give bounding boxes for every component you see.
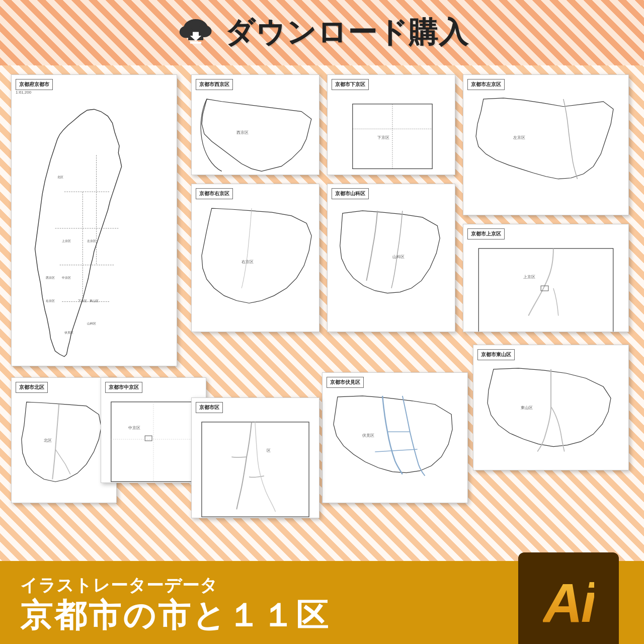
svg-text:中京区: 中京区 <box>128 426 140 430</box>
map-yamashina: 京都市山科区 山科区 <box>327 184 455 332</box>
svg-rect-22 <box>478 249 613 332</box>
svg-text:西京区: 西京区 <box>46 276 55 279</box>
svg-text:西京区: 西京区 <box>236 130 249 135</box>
map-fushimi-title: 京都市伏見区 <box>327 377 364 388</box>
map-nakagyo-title: 京都市中京区 <box>105 382 142 393</box>
banner-title: ダウンロード購入 <box>225 13 469 52</box>
svg-text:区: 区 <box>267 448 271 453</box>
ai-logo: Ai <box>518 552 619 645</box>
map-fushimi: 京都市伏見区 伏見区 <box>322 372 468 503</box>
map-kyoto-main: 京都府京都市 1:61,200 北区 左京区 <box>11 74 177 366</box>
map-ukyo-title: 京都市右京区 <box>196 188 233 199</box>
map-shimogyo-title: 京都市下京区 <box>332 79 369 90</box>
svg-text:東山区: 東山区 <box>90 299 99 302</box>
svg-text:左京区: 左京区 <box>513 135 525 140</box>
svg-text:山科区: 山科区 <box>392 255 405 259</box>
svg-text:中京区: 中京区 <box>62 276 71 279</box>
svg-text:下京区: 下京区 <box>78 299 87 302</box>
map-nishiku: 京都市西京区 西京区 <box>191 74 319 175</box>
svg-text:上京区: 上京区 <box>62 239 71 243</box>
map-sakyo: 京都市左京区 左京区 <box>463 74 629 215</box>
svg-text:北区: 北区 <box>44 438 52 443</box>
svg-text:左京区: 左京区 <box>87 239 96 243</box>
ai-text: Ai <box>543 571 594 634</box>
svg-text:北区: 北区 <box>57 175 63 179</box>
footer-title: 京都市の市と１１区 <box>20 599 330 631</box>
map-kitaku-title: 京都市北区 <box>16 382 48 393</box>
map-kamigyo-title: 京都市上京区 <box>467 228 505 239</box>
map-higashiyama: 京都市東山区 東山区 <box>473 345 629 470</box>
top-banner: ダウンロード購入 <box>0 0 644 65</box>
main-area: 京都府京都市 1:61,200 北区 左京区 <box>0 65 644 518</box>
svg-text:右京区: 右京区 <box>242 260 254 264</box>
svg-text:東山区: 東山区 <box>521 406 533 410</box>
map-main-title: 京都府京都市 <box>16 79 53 90</box>
bottom-footer: イラストレーターデータ 京都市の市と１１区 Ai <box>0 561 644 644</box>
cloud-download-icon <box>176 18 216 48</box>
map-yamashina-title: 京都市山科区 <box>332 188 369 199</box>
svg-text:伏見区: 伏見区 <box>363 433 375 438</box>
map-ukyo: 京都市右京区 右京区 <box>191 184 319 332</box>
footer-text-area: イラストレーターデータ 京都市の市と１１区 <box>20 574 330 631</box>
map-shimogyo: 京都市下京区 下京区 <box>327 74 455 175</box>
svg-rect-29 <box>202 422 309 517</box>
map-naka-title: 京都市区 <box>196 402 223 413</box>
svg-rect-5 <box>190 42 201 44</box>
svg-text:右京区: 右京区 <box>46 299 55 302</box>
svg-text:伏見区: 伏見区 <box>64 331 73 334</box>
map-kamigyo: 京都市上京区 上京区 <box>463 224 629 332</box>
map-nakagyo: 京都市中京区 中京区 <box>101 377 206 483</box>
svg-text:上京区: 上京区 <box>523 275 535 279</box>
map-nishiku-title: 京都市西京区 <box>196 79 233 90</box>
svg-rect-27 <box>145 436 152 441</box>
page-wrapper: ダウンロード購入 京都府京都市 1:61,200 <box>0 0 644 644</box>
map-higashiyama-title: 京都市東山区 <box>477 349 515 360</box>
map-main-scale: 1:61,200 <box>16 90 31 95</box>
footer-subtitle: イラストレーターデータ <box>20 574 330 597</box>
map-nakaku-detail: 京都市区 区 <box>191 397 319 518</box>
svg-text:下京区: 下京区 <box>377 135 389 140</box>
map-sakyo-title: 京都市左京区 <box>467 79 505 90</box>
svg-text:山科区: 山科区 <box>87 321 96 325</box>
